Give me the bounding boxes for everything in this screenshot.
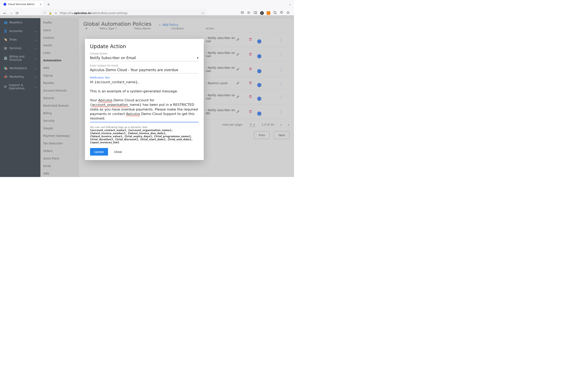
- tab-close-icon[interactable]: ×: [39, 3, 42, 6]
- tabs-collapse-icon[interactable]: ⌄: [289, 2, 291, 6]
- new-tab-button[interactable]: +: [46, 2, 51, 6]
- toolbar-addons: K: [241, 11, 292, 15]
- tab-favicon-icon: [3, 3, 6, 6]
- modal-title: Update Action: [90, 43, 199, 49]
- nav-back-button[interactable]: ←: [2, 10, 8, 16]
- metamask-icon[interactable]: [267, 11, 270, 15]
- subject-value: Apiculus Demo Cloud - Your payments are …: [90, 68, 178, 72]
- modal-overlay[interactable]: Update Action Choose Action Notify Subsc…: [0, 15, 294, 177]
- extensions-icon[interactable]: [280, 11, 283, 15]
- shield-icon: 🛡︎: [43, 11, 46, 15]
- choose-action-label: Choose Action: [90, 52, 199, 55]
- caret-down-icon: ▼: [197, 57, 199, 59]
- permissions-icon: ⇆: [54, 11, 58, 15]
- choose-action-value: Notify Subscriber on Email: [90, 56, 136, 60]
- hint-tags: {account_contact_name}, {account_organis…: [90, 129, 192, 144]
- tags-hint: You can use following tags as a dynamic …: [90, 125, 199, 144]
- nav-reload-button[interactable]: ⟳: [14, 10, 20, 16]
- tabstrip: Cloud Services Admin × + ⌄: [0, 0, 294, 8]
- subject-input[interactable]: Apiculus Demo Cloud - Your payments are …: [90, 67, 199, 73]
- bookmark-star-icon[interactable]: ☆: [201, 11, 204, 15]
- crop-icon[interactable]: [273, 11, 277, 15]
- lock-icon: 🔒: [48, 11, 52, 15]
- hint-intro: You can use following tags as a dynamic …: [90, 125, 148, 129]
- reader-icon[interactable]: [254, 11, 257, 15]
- app-frame: 👥 Resellers 👤 Accounts ⌄ 🏷️ Trials ⌄ ▦ S…: [0, 18, 294, 177]
- notification-text-input[interactable]: Hi {account_contact_name},This is an exa…: [90, 79, 199, 122]
- hamburger-menu-icon[interactable]: [286, 11, 290, 15]
- update-button[interactable]: Update: [90, 148, 108, 156]
- choose-action-select[interactable]: Notify Subscriber on Email ▼: [90, 55, 199, 61]
- tab-title: Cloud Services Admin: [8, 3, 35, 6]
- body-label: Notification Text: [90, 76, 199, 79]
- subject-label: Enter Subject for Email: [90, 64, 199, 67]
- update-action-modal: Update Action Choose Action Notify Subsc…: [85, 39, 204, 160]
- main-content: Global Automation Policies ＋ Add Policy …: [79, 18, 294, 177]
- extension-k-icon[interactable]: K: [260, 11, 264, 15]
- url-text: https://try.apiculus.io/admin/#/account-…: [60, 11, 128, 15]
- nav-forward-button[interactable]: →: [8, 10, 14, 16]
- svg-rect-0: [254, 12, 257, 14]
- library-icon[interactable]: [247, 11, 251, 15]
- pocket-icon[interactable]: [241, 11, 244, 15]
- browser-tab[interactable]: Cloud Services Admin ×: [1, 1, 44, 7]
- close-button[interactable]: Close: [112, 148, 124, 156]
